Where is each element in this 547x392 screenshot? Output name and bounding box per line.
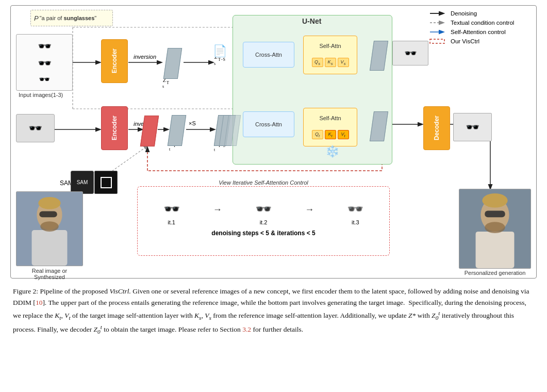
iter-1: 🕶️ it.1 [163,201,180,225]
legend-denoising-label: Denoising [451,10,477,17]
cross-attn-bottom: Cross-Attn [243,111,294,137]
svg-text:t: t [169,147,171,152]
legend-self-attention-label: Self-Attention control [451,29,506,35]
legend-textual-label: Textual condition control [451,20,514,26]
cross-attn-bottom-label: Cross-Attn [255,121,282,127]
iter-3-label: it.3 [352,219,359,225]
cross-attn-top-label: Cross-Attn [255,52,282,58]
self-attn-bottom-label: Self-Attn [319,115,341,121]
ks-box: Ks [325,58,336,67]
vt-box: Vt [338,130,349,139]
view-iterative-label: View Iterative Self-Attention Control [217,179,310,186]
svg-text:s: s [214,61,216,66]
iter-arrow-2: → [305,204,314,222]
iter-3-icon: 🕶️ [347,201,363,217]
svg-rect-74 [430,39,444,43]
iter-1-icon: 🕶️ [163,201,180,217]
caption: Figure 2: Pipeline of the proposed VisCt… [10,286,537,336]
sunglasses-icon-3: 🕶️ [39,74,50,85]
ztt-block [168,115,186,146]
svg-text:T: T [167,80,169,85]
left-person-photo [16,191,83,266]
svg-rect-78 [39,211,57,218]
page: I s inversion Z T s Z T−S s [0,0,547,347]
caption-text9: for further details. [251,325,303,333]
svg-text:T−S: T−S [218,57,225,62]
encoder-bottom-label: Encoder [111,116,118,140]
sam-label: SAM [77,179,88,185]
encoder-top-label: Encoder [111,48,118,73]
svg-text:s: s [162,84,164,89]
self-attn-top-label: Self-Attn [319,43,341,49]
svg-point-86 [482,193,507,208]
legend-denoising-line [429,10,447,17]
caption-ref32: 3.2 [242,325,251,333]
svg-text:inversion: inversion [134,54,156,60]
sam-mask-icon [94,171,118,194]
legend-viscrtl-line [429,38,447,45]
iter-2: 🕶️ it.2 [255,201,272,225]
qkv-row-bottom: Qt Kt Vt [312,130,349,139]
prompt-text: "a pair of sunglasses" [40,15,97,21]
caption-ref10: 10 [36,299,43,306]
legend-textual-line [429,19,447,26]
zts-block [163,48,182,79]
sunglasses-icon-2: 🕶️ [38,57,52,70]
decoder-label: Decoder [433,116,440,140]
view-iterative-box: View Iterative Self-Attention Control 🕶️… [137,186,390,256]
kt-box: Kt [325,130,336,139]
input-images-label: Input images(1-3) [19,92,63,98]
iter-3: 🕶️ it.3 [347,201,363,225]
legend-textual: Textual condition control [429,19,532,26]
prompt-p-label: P [34,14,39,22]
zstar-block [140,116,159,146]
legend-self-attention-line [429,28,447,36]
encoder-top: Encoder [101,39,128,83]
denoising-steps-label: denoising steps < 5 & iterations < 5 [138,230,389,237]
diagram-container: I s inversion Z T s Z T−S s [10,5,537,279]
caption-figure-num: Figure 2: [13,287,38,295]
legend-viscrtl-label: Our VisCtrl [451,38,479,44]
svg-rect-83 [476,232,515,268]
legend: Denoising Textual condition control [429,10,532,47]
iter-2-icon: 🕶️ [255,201,272,217]
caption-text: Pipeline of the proposed [40,287,108,295]
qkv-row-top: Qs Ks Vs [312,58,349,67]
caption-viscrtrl: VisCtrl. [109,287,130,295]
legend-denoising: Denoising [429,10,532,17]
unet-label: U-Net [302,17,321,25]
qs-box: Qs [312,58,323,67]
svg-point-80 [38,197,60,209]
snowflake-icon: ❄️ [325,145,339,158]
legend-self-attention: Self-Attention control [429,28,532,36]
legend-viscrtl: Our VisCtrl [429,38,532,45]
svg-text:×S: ×S [189,120,196,126]
vs-box: Vs [338,58,349,67]
self-attn-bottom: Self-Attn Qt Kt Vt [303,108,357,146]
encoder-bottom: Encoder [101,106,128,150]
output-sunglasses-bottom: 🕶️ [453,113,492,141]
right-person-photo [459,189,531,269]
decoder-box: Decoder [423,106,450,150]
book-icon: 📄 [213,44,227,58]
sunglasses-icon-1: 🕶️ [38,40,52,53]
iter-arrow-1: → [213,204,222,222]
svg-point-85 [485,222,505,233]
real-image-label: Real image or Synthesized [16,268,83,280]
iter-1-label: it.1 [168,219,175,225]
self-attn-top: Self-Attn Qs Ks Vs [303,36,357,74]
personalized-label: Personalized generation [459,270,531,276]
svg-rect-84 [485,211,505,218]
target-sunglasses-input: 🕶️ [16,114,55,142]
svg-text:t: t [214,148,216,152]
svg-rect-77 [32,230,68,266]
qt-box: Qt [312,130,323,139]
cross-attn-top: Cross-Attn [243,42,294,68]
svg-point-79 [40,221,58,232]
prompt-box: P "a pair of sunglasses" [30,10,113,26]
iter-2-label: it.2 [260,219,268,225]
input-images-box: 🕶️ 🕶️ 🕶️ [16,34,73,91]
output-sunglasses-top: 🕶️ [392,41,428,66]
sam-box: SAM [71,171,94,194]
